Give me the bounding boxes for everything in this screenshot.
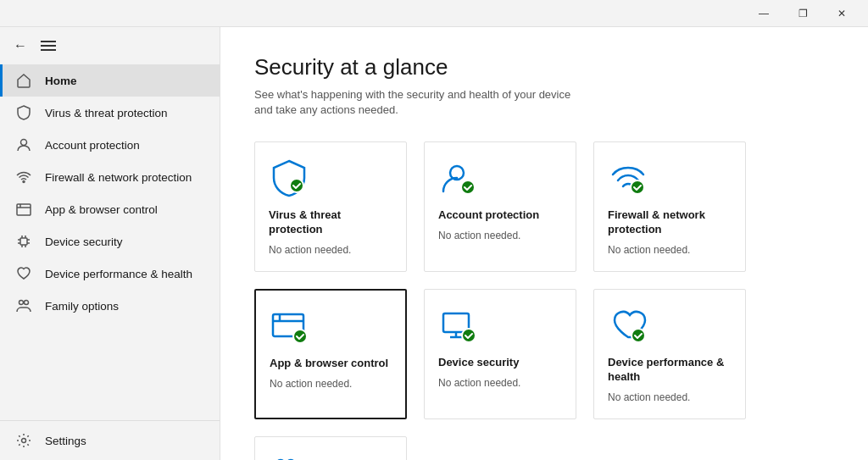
hamburger-button[interactable] xyxy=(37,37,59,54)
browser-icon xyxy=(16,202,33,217)
card-account-status: No action needed. xyxy=(438,230,562,241)
sidebar-item-virus-label: Virus & threat protection xyxy=(45,107,206,119)
sidebar-item-settings-label: Settings xyxy=(45,435,206,447)
sidebar-top: ← xyxy=(0,27,220,64)
card-firewall[interactable]: Firewall & network protection No action … xyxy=(593,141,746,272)
sidebar-item-app-browser-label: App & browser control xyxy=(45,203,206,216)
card-device-health-status: No action needed. xyxy=(608,391,732,403)
main-content: Security at a glance See what's happenin… xyxy=(220,27,868,460)
sidebar-item-device-security[interactable]: Device security xyxy=(0,225,220,258)
sidebar-item-family[interactable]: Family options xyxy=(0,290,220,322)
sidebar-item-family-label: Family options xyxy=(45,300,206,313)
sidebar-item-home-label: Home xyxy=(45,75,206,87)
settings-icon xyxy=(16,433,33,448)
card-virus[interactable]: Virus & threat protection No action need… xyxy=(254,141,407,272)
svg-rect-2 xyxy=(17,204,31,215)
card-virus-status: No action needed. xyxy=(269,244,392,256)
card-app-browser[interactable]: App & browser control No action needed. xyxy=(254,289,407,419)
cards-grid: Virus & threat protection No action need… xyxy=(254,141,834,460)
card-device-security[interactable]: Device security No action needed. xyxy=(424,289,576,419)
heart-icon xyxy=(16,266,33,281)
home-icon xyxy=(16,73,33,88)
sidebar-item-firewall[interactable]: Firewall & network protection xyxy=(0,161,220,193)
shield-icon xyxy=(16,105,33,120)
svg-point-14 xyxy=(19,301,24,305)
sidebar-item-account[interactable]: Account protection xyxy=(0,129,220,161)
page-title: Security at a glance xyxy=(254,54,834,80)
card-device-security-title: Device security xyxy=(438,356,562,370)
card-account-title: Account protection xyxy=(438,208,562,223)
chip-icon xyxy=(16,234,33,249)
card-account-icon xyxy=(438,158,479,198)
back-button[interactable]: ← xyxy=(14,38,27,53)
close-button[interactable]: ✕ xyxy=(822,0,861,27)
person-icon xyxy=(16,137,33,152)
title-bar: — ❐ ✕ xyxy=(0,0,868,27)
sidebar-item-device-health-label: Device performance & health xyxy=(45,268,206,280)
sidebar-item-app-browser[interactable]: App & browser control xyxy=(0,193,220,225)
card-app-browser-status: No action needed. xyxy=(270,378,392,390)
sidebar-item-firewall-label: Firewall & network protection xyxy=(45,171,206,184)
card-device-health[interactable]: Device performance & health No action ne… xyxy=(593,289,746,419)
card-app-browser-title: App & browser control xyxy=(270,357,392,371)
sidebar: ← Home Virus & threat protection xyxy=(0,27,220,460)
card-device-security-status: No action needed. xyxy=(438,377,562,389)
wifi-icon xyxy=(16,169,33,185)
app-container: ← Home Virus & threat protection xyxy=(0,27,868,460)
sidebar-item-home[interactable]: Home xyxy=(0,64,220,97)
svg-point-0 xyxy=(21,140,27,146)
sidebar-item-device-health[interactable]: Device performance & health xyxy=(0,258,220,290)
card-virus-icon xyxy=(269,158,309,198)
card-device-security-icon xyxy=(438,305,479,346)
card-family[interactable]: Family options Manage how your family us… xyxy=(254,436,407,460)
page-subtitle: See what's happening with the security a… xyxy=(254,87,834,118)
sidebar-bottom: Settings xyxy=(0,420,220,460)
card-virus-title: Virus & threat protection xyxy=(269,208,392,237)
card-firewall-status: No action needed. xyxy=(608,244,732,256)
card-firewall-title: Firewall & network protection xyxy=(608,208,732,237)
sidebar-item-virus[interactable]: Virus & threat protection xyxy=(0,97,220,129)
svg-rect-5 xyxy=(20,238,27,245)
sidebar-item-account-label: Account protection xyxy=(45,139,206,152)
window-controls: — ❐ ✕ xyxy=(744,0,861,27)
svg-point-15 xyxy=(25,301,29,305)
sidebar-item-settings[interactable]: Settings xyxy=(0,424,220,457)
card-app-browser-icon xyxy=(270,306,310,346)
card-firewall-icon xyxy=(608,158,648,198)
minimize-button[interactable]: — xyxy=(744,0,783,27)
sidebar-item-device-security-label: Device security xyxy=(45,236,206,248)
restore-button[interactable]: ❐ xyxy=(783,0,822,27)
card-device-health-icon xyxy=(608,305,648,346)
card-device-health-title: Device performance & health xyxy=(608,356,732,385)
card-family-icon xyxy=(269,452,309,460)
family-icon xyxy=(16,298,33,313)
svg-point-1 xyxy=(23,181,25,183)
card-account[interactable]: Account protection No action needed. xyxy=(424,141,576,272)
svg-point-16 xyxy=(22,439,26,443)
